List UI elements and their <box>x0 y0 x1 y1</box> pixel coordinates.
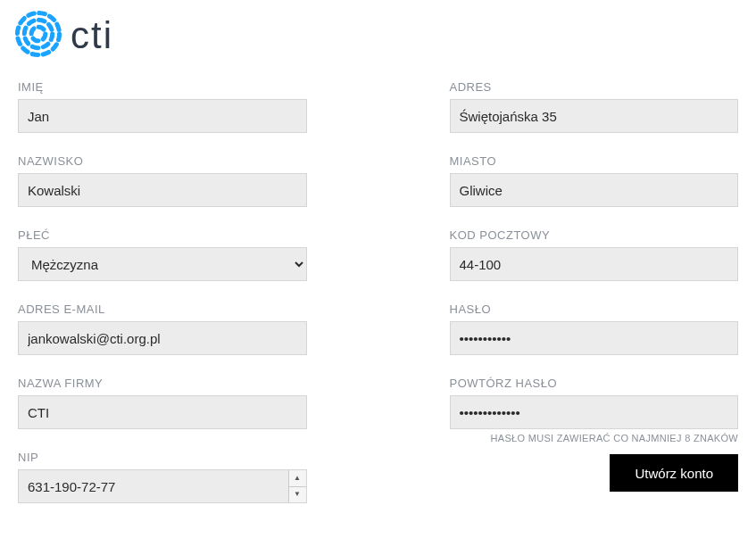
label-company: NAZWA FIRMY <box>18 377 307 390</box>
label-gender: PŁEĆ <box>18 228 307 242</box>
field-company: NAZWA FIRMY <box>18 377 307 429</box>
field-city: MIASTO <box>450 154 739 207</box>
input-password-repeat[interactable] <box>450 395 739 429</box>
nip-stepper: ▲ ▼ <box>288 470 306 502</box>
field-password-repeat: POWTÓRZ HASŁO HASŁO MUSI ZAWIERAĆ CO NAJ… <box>450 377 739 443</box>
label-password-repeat: POWTÓRZ HASŁO <box>450 377 739 390</box>
logo-text: cti <box>71 17 113 54</box>
field-first-name: IMIĘ <box>18 80 307 133</box>
field-password: HASŁO <box>450 302 739 355</box>
label-password: HASŁO <box>450 302 739 316</box>
input-address[interactable] <box>450 99 739 133</box>
input-city[interactable] <box>450 173 739 207</box>
svg-point-1 <box>24 20 52 47</box>
field-email: ADRES E-MAIL <box>18 302 307 355</box>
nip-step-down[interactable]: ▼ <box>289 487 306 503</box>
label-nip: NIP <box>18 451 307 464</box>
label-postal: KOD POCZTOWY <box>450 228 739 242</box>
form-right-column: ADRES MIASTO KOD POCZTOWY HASŁO POWTÓRZ … <box>441 80 748 525</box>
logo-icon <box>13 9 63 62</box>
input-last-name[interactable] <box>18 173 307 207</box>
input-email[interactable] <box>18 321 307 355</box>
label-last-name: NAZWISKO <box>18 154 307 168</box>
input-first-name[interactable] <box>18 99 307 133</box>
field-nip: NIP ▲ ▼ <box>18 451 307 503</box>
label-email: ADRES E-MAIL <box>18 302 307 316</box>
field-address: ADRES <box>450 80 739 133</box>
input-password[interactable] <box>450 321 739 355</box>
label-first-name: IMIĘ <box>18 80 307 94</box>
input-nip[interactable] <box>18 469 307 503</box>
input-postal[interactable] <box>450 247 739 281</box>
password-hint: HASŁO MUSI ZAWIERAĆ CO NAJMNIEJ 8 ZNAKÓW <box>450 433 739 443</box>
form-left-column: IMIĘ NAZWISKO PŁEĆ Mężczyzna ADRES E-MAI… <box>9 80 316 525</box>
nip-step-up[interactable]: ▲ <box>289 470 306 487</box>
submit-row: Utwórz konto <box>450 454 739 492</box>
select-gender[interactable]: Mężczyzna <box>18 247 307 281</box>
registration-form: IMIĘ NAZWISKO PŁEĆ Mężczyzna ADRES E-MAI… <box>0 80 756 525</box>
label-address: ADRES <box>450 80 739 94</box>
label-city: MIASTO <box>450 154 739 168</box>
input-company[interactable] <box>18 395 307 429</box>
field-postal: KOD POCZTOWY <box>450 228 739 281</box>
logo: cti <box>0 9 756 62</box>
svg-point-2 <box>31 27 46 41</box>
field-last-name: NAZWISKO <box>18 154 307 207</box>
field-gender: PŁEĆ Mężczyzna <box>18 228 307 281</box>
create-account-button[interactable]: Utwórz konto <box>610 454 738 492</box>
